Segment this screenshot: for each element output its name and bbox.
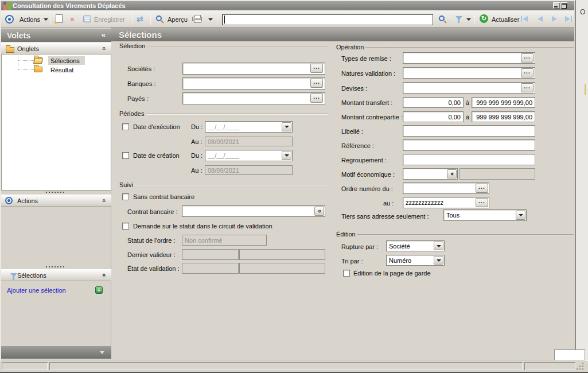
rupture-par-select[interactable]: Société (386, 240, 445, 251)
date-creation-checkbox[interactable] (122, 152, 129, 159)
actions-target-icon[interactable] (5, 15, 14, 24)
printer-icon[interactable] (192, 17, 202, 21)
status-panel (524, 362, 575, 370)
search-input[interactable] (222, 14, 433, 25)
montant-transfert-max-input[interactable]: 999 999 999 999,00 (472, 97, 535, 108)
devises-ellipsis-button[interactable]: ... (521, 83, 534, 92)
sync-icon[interactable]: ⇄ (137, 14, 143, 24)
page-garde-label[interactable]: Édition de la page de garde (353, 270, 431, 277)
group-periodes-label: Périodes (118, 110, 146, 117)
status-panel (2, 362, 48, 370)
collapse-section-icon[interactable]: « (100, 46, 107, 50)
filter-dropdown-icon[interactable] (466, 18, 471, 21)
refresh-icon[interactable]: ↻ (480, 14, 488, 23)
collapse-section-icon[interactable]: « (100, 199, 107, 202)
societes-input[interactable] (182, 63, 325, 75)
date-execution-label[interactable]: Date d'exécution (133, 123, 180, 130)
rupture-par-label: Rupture par : (341, 243, 378, 250)
types-remise-input[interactable] (403, 52, 535, 64)
libelle-input[interactable] (403, 125, 535, 137)
devises-input[interactable] (403, 82, 535, 94)
tree-connector (18, 57, 18, 69)
demande-statut-checkbox[interactable] (122, 223, 129, 230)
double-chevron-button[interactable]: » (447, 169, 457, 178)
types-remise-ellipsis-button[interactable]: ... (521, 53, 534, 63)
date-creation-du-combo[interactable]: __/__/____ (205, 150, 293, 161)
print-dropdown-icon[interactable] (208, 18, 213, 21)
double-chevron-button[interactable]: » (314, 207, 324, 216)
search-icon[interactable] (439, 15, 445, 21)
tiers-sans-adresse-select[interactable]: Tous (443, 209, 527, 221)
nav-next-button[interactable] (552, 16, 557, 22)
section-header-onglets[interactable]: Onglets « (1, 42, 111, 55)
tri-par-select[interactable]: Numéro (386, 255, 445, 266)
regroupement-input[interactable] (403, 154, 535, 165)
date-creation-label[interactable]: Date de création (133, 152, 180, 159)
sans-contrat-label[interactable]: Sans contrat bancaire (133, 193, 194, 200)
section-header-actions[interactable]: Actions « (1, 195, 111, 207)
ordre-au-ellipsis-button[interactable]: ... (476, 198, 488, 207)
preview-magnifier-icon[interactable] (156, 15, 162, 21)
montant-transfert-min-input[interactable]: 0,00 (403, 97, 464, 108)
etat-validation-field-1 (182, 263, 239, 274)
societes-ellipsis-button[interactable]: ... (310, 64, 323, 73)
splitter-handle[interactable] (46, 266, 65, 267)
filter-icon[interactable] (455, 16, 462, 20)
preview-button[interactable]: Aperçu (168, 16, 188, 23)
montant-contrepartie-min-input[interactable]: 0,00 (403, 111, 464, 122)
refresh-button[interactable]: Actualiser (492, 16, 519, 23)
payes-input[interactable] (182, 92, 325, 104)
new-document-icon[interactable]: ★ (56, 14, 63, 23)
add-selection-link[interactable]: Ajouter une sélection (7, 287, 66, 294)
montant-transfert-label: Montant transfert : (341, 99, 392, 106)
splitter-handle[interactable] (46, 192, 65, 193)
actions-menu-button[interactable]: Actions (20, 16, 40, 23)
tree-item-selections[interactable]: Sélections (50, 57, 80, 64)
delete-icon[interactable]: × (70, 15, 75, 24)
reference-input[interactable] (403, 139, 535, 151)
payes-ellipsis-button[interactable]: ... (310, 94, 323, 103)
date-execution-du-combo[interactable]: __/__/____ (205, 121, 293, 133)
contrat-bancaire-combo[interactable]: » (182, 205, 325, 217)
page-garde-checkbox[interactable] (343, 270, 350, 277)
maximize-button[interactable] (560, 2, 567, 9)
montant-contrepartie-max-input[interactable]: 999 999 999 999,00 (472, 111, 535, 122)
sidebar-bottom-bar[interactable] (1, 346, 111, 359)
nav-last-button[interactable] (565, 16, 572, 22)
tri-selected-value: Numéro (389, 257, 411, 264)
ordre-du-ellipsis-button[interactable]: ... (476, 184, 488, 193)
natures-validation-input[interactable] (403, 67, 535, 79)
statut-ordre-field: Non confirmé (182, 235, 267, 246)
dropdown-arrow-button[interactable] (434, 242, 443, 250)
types-remise-label: Types de remise : (341, 55, 391, 62)
tree-item-resultat[interactable]: Résultat (50, 67, 73, 73)
collapse-section-icon[interactable]: « (100, 273, 107, 277)
resize-grip[interactable] (577, 363, 585, 371)
nav-prev-button[interactable] (538, 16, 543, 22)
banques-input[interactable] (182, 77, 325, 90)
dropdown-arrow-button[interactable] (282, 151, 291, 160)
add-selection-button[interactable]: + (95, 286, 103, 294)
demande-statut-label[interactable]: Demande sur le statut dans le circuit de… (133, 223, 272, 230)
nav-first-button[interactable] (521, 16, 528, 22)
date-execution-checkbox[interactable] (122, 123, 129, 130)
collapse-sidebar-icon[interactable]: « (102, 30, 106, 39)
section-header-selections[interactable]: Sélections « (1, 269, 111, 281)
dropdown-arrow-button[interactable] (434, 256, 443, 265)
chevron-down-icon[interactable] (100, 351, 104, 354)
save-button[interactable]: Enregistrer (94, 16, 125, 23)
actions-dropdown-icon[interactable] (44, 18, 48, 21)
natures-validation-ellipsis-button[interactable]: ... (521, 68, 534, 77)
minimize-button[interactable] (553, 2, 560, 9)
devises-label: Devises : (341, 85, 367, 92)
screen: Consultation des Virements Déplacés Acti… (0, 0, 588, 373)
sans-contrat-checkbox[interactable] (122, 193, 129, 200)
statut-ordre-label: Statut de l'ordre : (127, 237, 175, 244)
motif-economique-combo[interactable]: » (403, 168, 458, 180)
toolbar-separator (50, 13, 51, 25)
dropdown-arrow-button[interactable] (516, 211, 525, 220)
natures-validation-label: Natures validation : (341, 70, 395, 77)
banques-ellipsis-button[interactable]: ... (310, 79, 323, 88)
date-creation-au-field: 08/09/2021 (205, 165, 293, 175)
dropdown-arrow-button[interactable] (282, 122, 291, 131)
